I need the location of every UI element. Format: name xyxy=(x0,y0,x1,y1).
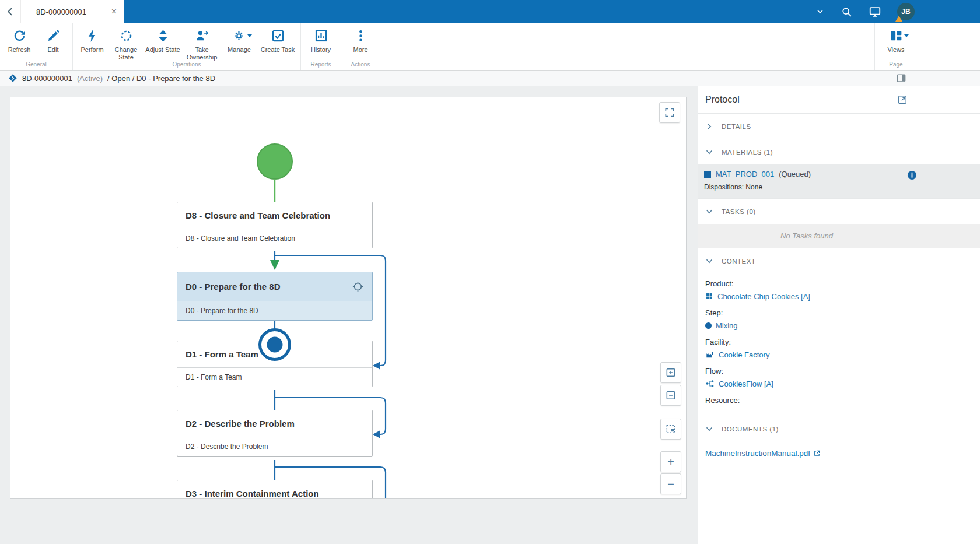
document-row: MachineInstructionManual.pdf xyxy=(698,441,980,465)
change-state-button[interactable]: Change State xyxy=(109,23,143,61)
back-chevron-icon xyxy=(5,6,16,17)
take-ownership-button[interactable]: Take Ownership xyxy=(183,23,221,61)
material-dispositions: Dispositions: None xyxy=(704,183,974,191)
collapse-nodes-icon xyxy=(665,389,677,401)
refresh-icon xyxy=(12,29,27,43)
toolbar-group-reports: History Reports xyxy=(301,23,341,70)
open-panel-icon[interactable] xyxy=(897,94,908,106)
material-name-link[interactable]: MAT_PROD_001 xyxy=(716,170,774,178)
perform-lightning-icon xyxy=(85,29,100,43)
section-header-details[interactable]: DETAILS xyxy=(698,113,980,139)
more-ellipsis-icon xyxy=(354,29,368,43)
manage-label: Manage xyxy=(228,46,251,54)
take-ownership-label: Take Ownership xyxy=(183,46,221,61)
section-header-context[interactable]: CONTEXT xyxy=(698,248,980,273)
overview-minimap-button[interactable] xyxy=(660,419,681,440)
chevron-down-icon[interactable] xyxy=(816,7,825,16)
document-link[interactable]: MachineInstructionManual.pdf xyxy=(705,449,810,458)
tab-8d-000000001[interactable]: 8D-000000001 × xyxy=(21,0,124,23)
node-d8-subtitle: D8 - Closure and Team Celebration xyxy=(177,229,372,248)
node-d2-title: D2 - Describe the Problem xyxy=(186,419,295,429)
breadcrumb-state: (Active) xyxy=(77,74,103,83)
section-header-documents[interactable]: DOCUMENTS (1) xyxy=(698,416,980,441)
views-caret-icon xyxy=(904,34,909,37)
back-button[interactable] xyxy=(0,0,21,23)
group-label-reports: Reports xyxy=(303,61,338,70)
flow-value: CookiesFlow [A] xyxy=(719,380,774,388)
tab-close-icon[interactable]: × xyxy=(111,7,117,16)
manage-button[interactable]: Manage xyxy=(221,23,257,61)
external-link-icon[interactable] xyxy=(813,450,821,457)
zoom-out-button[interactable]: − xyxy=(660,473,681,494)
search-icon[interactable] xyxy=(841,6,853,18)
edit-button[interactable]: Edit xyxy=(36,23,70,61)
flow-node-d3[interactable]: D3 - Interim Containment Action xyxy=(177,480,373,499)
toolbar-group-page: Views Page xyxy=(874,23,917,70)
more-label: More xyxy=(353,46,368,54)
expand-nodes-button[interactable] xyxy=(660,362,681,383)
edit-label: Edit xyxy=(48,46,59,54)
info-icon[interactable] xyxy=(907,170,918,181)
section-label-tasks: TASKS (0) xyxy=(722,208,756,215)
section-header-tasks[interactable]: TASKS (0) xyxy=(698,198,980,224)
workflow-workarea: D8 - Closure and Team Celebration D8 - C… xyxy=(0,86,698,544)
tasks-empty-state: No Tasks found xyxy=(698,224,980,248)
more-button[interactable]: More xyxy=(344,23,377,61)
flow-node-d8[interactable]: D8 - Closure and Team Celebration D8 - C… xyxy=(177,202,373,248)
breadcrumb: 8D-000000001 (Active) / Open / D0 - Prep… xyxy=(0,71,980,86)
chevron-right-icon xyxy=(704,121,715,132)
refresh-button[interactable]: Refresh xyxy=(2,23,36,61)
panel-title: Protocol xyxy=(705,94,740,105)
perform-button[interactable]: Perform xyxy=(75,23,109,61)
adjust-state-label: Adjust State xyxy=(145,46,180,54)
panel-header: Protocol xyxy=(698,86,980,113)
toolbar-group-general: Refresh Edit General xyxy=(0,23,73,70)
create-task-icon xyxy=(271,29,285,43)
topbar-right-icons: JB xyxy=(816,0,980,23)
locate-crosshair-icon xyxy=(352,280,364,293)
facility-factory-icon xyxy=(705,350,715,359)
workflow-canvas[interactable]: D8 - Closure and Team Celebration D8 - C… xyxy=(10,97,687,499)
expand-nodes-icon xyxy=(665,367,677,378)
views-button[interactable]: Views xyxy=(877,23,915,61)
flow-icon xyxy=(705,379,715,388)
edit-pencil-icon xyxy=(46,29,61,43)
chevron-down-icon xyxy=(704,256,715,266)
product-label: Product: xyxy=(705,279,973,288)
collapse-nodes-button[interactable] xyxy=(660,385,681,406)
manage-gear-icon xyxy=(232,29,247,43)
change-state-icon xyxy=(119,29,134,43)
node-d8-title: D8 - Closure and Team Celebration xyxy=(186,210,330,220)
perform-label: Perform xyxy=(80,46,103,54)
material-item[interactable]: MAT_PROD_001 (Queued) Dispositions: None xyxy=(698,164,980,198)
user-avatar[interactable]: JB xyxy=(897,3,915,20)
dock-panel-icon[interactable] xyxy=(895,72,907,84)
step-link[interactable]: Mixing xyxy=(705,320,973,331)
section-label-details: DETAILS xyxy=(722,123,751,130)
step-value: Mixing xyxy=(716,321,738,330)
flow-node-d0-selected[interactable]: D0 - Prepare for the 8D D0 - Prepare for… xyxy=(177,272,373,321)
flow-link[interactable]: CookiesFlow [A] xyxy=(705,378,973,389)
create-task-button[interactable]: Create Task xyxy=(257,23,298,61)
fullscreen-button[interactable] xyxy=(659,102,680,123)
zoom-in-button[interactable]: + xyxy=(660,451,681,472)
breadcrumb-path: / Open / D0 - Prepare for the 8D xyxy=(107,74,215,83)
material-square-icon xyxy=(704,171,711,178)
flow-label: Flow: xyxy=(705,367,973,375)
breadcrumb-id: 8D-000000001 xyxy=(22,74,72,83)
flow-node-d2[interactable]: D2 - Describe the Problem D2 - Describe … xyxy=(177,410,373,457)
adjust-state-icon xyxy=(156,29,170,43)
chevron-down-icon xyxy=(704,424,715,434)
avatar-warning-badge xyxy=(895,16,902,22)
section-header-materials[interactable]: MATERIALS (1) xyxy=(698,139,980,164)
views-layout-icon xyxy=(889,29,904,43)
product-link[interactable]: Chocolate Chip Cookies [A] xyxy=(705,291,973,301)
adjust-state-button[interactable]: Adjust State xyxy=(143,23,183,61)
facility-link[interactable]: Cookie Factory xyxy=(705,349,973,360)
node-d2-subtitle: D2 - Describe the Problem xyxy=(177,437,372,456)
node-d1-subtitle: D1 - Form a Team xyxy=(177,368,372,387)
monitor-icon[interactable] xyxy=(869,5,881,18)
history-button[interactable]: History xyxy=(303,23,338,61)
group-label-operations: Operations xyxy=(75,61,298,70)
node-d0-title: D0 - Prepare for the 8D xyxy=(186,282,281,292)
